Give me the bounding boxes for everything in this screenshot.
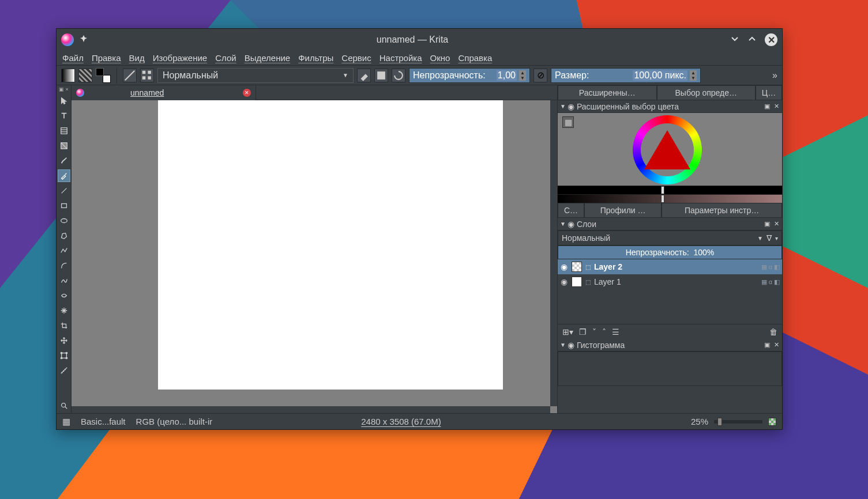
opacity-spinbox[interactable]: Непрозрачность: 1,00 ▲▼	[409, 68, 530, 83]
tool-measure[interactable]	[58, 364, 70, 377]
menu-help[interactable]: Справка	[458, 53, 492, 63]
dock-tab-color-short[interactable]: Ц…	[756, 85, 782, 100]
menu-image[interactable]: Изображение	[153, 53, 208, 63]
size-spinbox[interactable]: Размер: 100,00 пикс. ▲▼	[551, 68, 701, 83]
menu-filters[interactable]: Фильтры	[298, 53, 333, 63]
layer-row[interactable]: ◉ ⬚ Layer 1 ▦α◧	[558, 274, 782, 289]
histogram-dock-header[interactable]: ▼ ◉ Гистограмма ▣✕	[558, 339, 782, 351]
layers-dock-header[interactable]: ▼ ◉ Слои ▣✕	[558, 218, 782, 230]
collapse-triangle-icon[interactable]: ▼	[560, 221, 566, 227]
delete-layer-button[interactable]: 🗑	[769, 327, 777, 337]
tool-line[interactable]	[58, 184, 70, 197]
float-icon[interactable]: ▣	[764, 342, 771, 349]
brush-editor-icon[interactable]	[123, 69, 137, 82]
spin-arrows-icon[interactable]: ▲▼	[690, 70, 697, 81]
alpha-lock-icon[interactable]	[374, 69, 388, 82]
close-dock-icon[interactable]: ✕	[773, 342, 780, 349]
dock-tab-advanced-color[interactable]: Расширенны…	[558, 85, 657, 100]
lock-icon[interactable]: ▦	[761, 278, 767, 286]
dock-tab-tool-options[interactable]: Параметры инстр…	[662, 203, 782, 218]
tool-move[interactable]	[58, 334, 70, 347]
pin-icon[interactable]	[80, 35, 88, 45]
add-layer-button[interactable]: ⊞▾	[562, 327, 573, 337]
opacity-link-icon[interactable]: ⊘	[533, 69, 547, 82]
menu-layer[interactable]: Слой	[215, 53, 236, 63]
menu-tools[interactable]: Сервис	[341, 53, 371, 63]
float-icon[interactable]: ▣	[764, 103, 771, 110]
duplicate-layer-button[interactable]: ❐	[579, 327, 587, 337]
collapse-triangle-icon[interactable]: ▼	[560, 342, 566, 348]
status-zoom-value[interactable]: 25%	[691, 417, 708, 426]
tool-brush[interactable]	[58, 154, 70, 167]
menu-edit[interactable]: Правка	[92, 53, 121, 63]
tab-close-icon[interactable]: ✕	[243, 89, 251, 97]
dock-tab-layers-short[interactable]: С…	[558, 203, 584, 218]
eraser-mode-icon[interactable]	[357, 69, 371, 82]
float-icon[interactable]: ▣	[764, 221, 771, 228]
tool-polyline[interactable]	[58, 244, 70, 257]
tool-pattern-edit[interactable]	[58, 124, 70, 137]
horizontal-scrollbar[interactable]	[72, 406, 550, 413]
tool-transform[interactable]	[58, 349, 70, 362]
status-colorspace[interactable]: RGB (цело... built-ir	[136, 417, 213, 426]
tool-zoom[interactable]	[58, 399, 70, 412]
layer-link-icon[interactable]: ⬚	[585, 279, 591, 285]
tool-multibrush[interactable]	[58, 304, 70, 317]
layer-name[interactable]: Layer 2	[594, 262, 758, 271]
advanced-color-selector[interactable]: ▦	[558, 113, 782, 203]
detach-icon[interactable]: ◉	[568, 341, 574, 350]
menu-window[interactable]: Окно	[430, 53, 450, 63]
menu-view[interactable]: Вид	[129, 53, 145, 63]
tool-polygon[interactable]	[58, 229, 70, 242]
layer-opacity-slider[interactable]: Непрозрачность: 100%	[558, 245, 782, 259]
zoom-fit-icon[interactable]	[768, 418, 776, 426]
inherit-alpha-icon[interactable]: ◧	[774, 278, 780, 286]
selection-mask-icon[interactable]: ▦	[62, 417, 70, 427]
visibility-icon[interactable]: ◉	[560, 262, 568, 271]
toolbar-overflow-icon[interactable]: »	[772, 70, 777, 81]
fg-bg-color-swatch[interactable]	[96, 68, 111, 83]
tool-freehand-path[interactable]	[58, 274, 70, 287]
layer-name[interactable]: Layer 1	[594, 277, 758, 286]
gradient-preset-icon[interactable]	[61, 69, 75, 82]
lock-icon[interactable]: ▦	[761, 263, 767, 271]
brush-preset-grid-icon[interactable]	[140, 69, 154, 82]
filter-icon[interactable]: ∇	[766, 233, 772, 243]
menu-settings[interactable]: Настройка	[379, 53, 422, 63]
dock-tab-profiles[interactable]: Профили …	[584, 203, 662, 218]
detach-icon[interactable]: ◉	[568, 220, 574, 229]
status-brush-preset[interactable]: Basic...fault	[81, 417, 126, 426]
collapse-triangle-icon[interactable]: ▼	[560, 103, 566, 109]
detach-icon[interactable]: ◉	[568, 102, 574, 111]
tool-bezier[interactable]	[58, 259, 70, 272]
tool-pointer[interactable]	[58, 94, 70, 107]
hue-ring[interactable]	[633, 115, 702, 184]
tool-gradient-edit[interactable]	[58, 139, 70, 152]
close-dock-icon[interactable]: ✕	[773, 103, 780, 110]
maximize-button[interactable]	[747, 34, 757, 46]
tool-ellipse[interactable]	[58, 214, 70, 227]
move-layer-down-button[interactable]: ˅	[592, 327, 596, 337]
vertical-scrollbar[interactable]	[550, 100, 557, 406]
alpha-icon[interactable]: α	[769, 278, 772, 286]
menu-select[interactable]: Выделение	[245, 53, 290, 63]
titlebar[interactable]: unnamed — Krita ✕	[57, 29, 782, 51]
tool-color-sampler[interactable]	[58, 169, 70, 182]
color-history-strip[interactable]	[558, 186, 782, 194]
close-dock-icon[interactable]: ✕	[773, 221, 780, 228]
saturation-triangle[interactable]	[644, 130, 690, 169]
spin-arrows-icon[interactable]: ▲▼	[519, 70, 526, 81]
tool-crop[interactable]	[58, 319, 70, 332]
visibility-icon[interactable]: ◉	[560, 277, 568, 286]
close-button[interactable]: ✕	[765, 33, 777, 46]
inherit-alpha-icon[interactable]: ◧	[774, 263, 780, 271]
move-layer-up-button[interactable]: ˄	[602, 327, 606, 337]
menu-file[interactable]: Файл	[62, 53, 84, 63]
layer-link-icon[interactable]: ⬚	[585, 264, 591, 270]
tool-dynamic-brush[interactable]	[58, 289, 70, 302]
shade-strip[interactable]	[558, 194, 782, 203]
blend-mode-select[interactable]: Нормальный ▼	[157, 68, 354, 83]
pattern-preset-icon[interactable]	[78, 69, 92, 82]
zoom-slider[interactable]	[714, 420, 762, 424]
layer-properties-button[interactable]: ☰	[612, 327, 619, 337]
